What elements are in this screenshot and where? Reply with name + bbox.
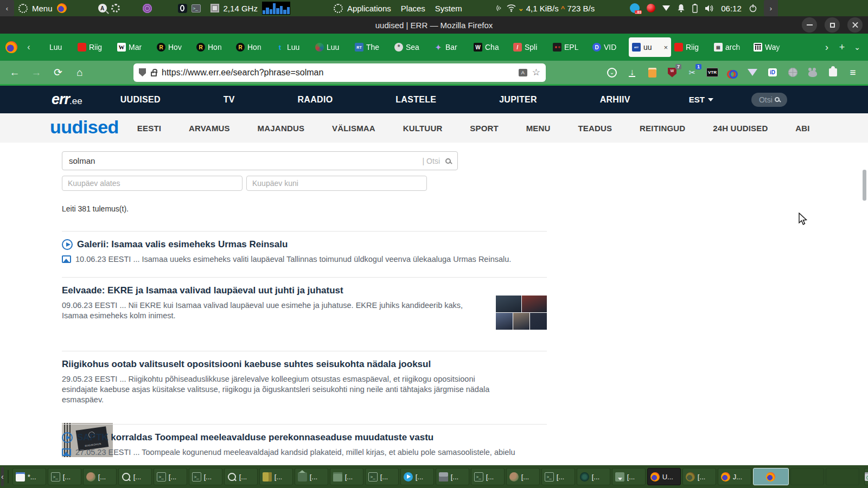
browser-tab[interactable]: * Sea	[391, 37, 431, 57]
err-logo[interactable]: err.ee	[52, 91, 82, 108]
browser-tab[interactable]: W Cha	[470, 37, 510, 57]
scroll-tabs-left-button[interactable]: ‹	[23, 42, 35, 52]
window-button-firefox[interactable]	[753, 468, 789, 485]
browser-tab[interactable]: Riig	[74, 37, 114, 57]
search-tool-icon[interactable]: A	[98, 4, 107, 12]
window-button-firefox-dim[interactable]: [...	[682, 468, 716, 485]
subnav-abi[interactable]: ABI	[795, 124, 809, 133]
tracking-shield-icon[interactable]	[139, 68, 146, 76]
result-thumbnail[interactable]	[496, 296, 547, 330]
window-button-sphere[interactable]: [...	[506, 468, 540, 485]
settings-gears-icon[interactable]	[111, 4, 120, 12]
window-button-files[interactable]: [...	[259, 468, 293, 485]
window-button-home[interactable]: [...	[295, 468, 328, 485]
subnav-teadus[interactable]: TEADUS	[578, 124, 612, 133]
date-from-input[interactable]	[62, 176, 242, 191]
window-button-terminal[interactable]: >_[...	[471, 468, 505, 485]
id-extension-icon[interactable]: iD	[767, 67, 778, 79]
bell-icon[interactable]	[677, 4, 685, 12]
subnav-reitingud[interactable]: REITINGUD	[640, 124, 685, 133]
restore-button[interactable]	[825, 17, 840, 33]
subnav-sport[interactable]: SPORT	[470, 124, 499, 133]
window-button-terminal[interactable]: >_[...	[189, 468, 222, 485]
browser-tab[interactable]: ▤ arch	[711, 37, 750, 57]
browser-tab[interactable]: RT The	[352, 37, 391, 57]
err-nav-tv[interactable]: TV	[224, 95, 235, 105]
window-button-folder[interactable]: [...	[330, 468, 363, 485]
browser-tab[interactable]: W Mar	[114, 37, 154, 57]
browser-tab[interactable]: D VID	[589, 37, 629, 57]
scroll-tabs-right-button[interactable]: ›	[819, 42, 834, 53]
subnav-menu[interactable]: MENU	[526, 124, 551, 133]
links-extension-icon[interactable]	[726, 67, 738, 79]
search-input[interactable]	[69, 156, 423, 165]
minimize-button[interactable]	[802, 17, 817, 33]
browser-tab[interactable]: Way	[750, 37, 790, 57]
result-title[interactable]: SAPTK korraldas Toompeal meeleavalduse p…	[77, 432, 433, 443]
panel-expand-chevron[interactable]: ›	[764, 0, 778, 16]
workspace-switcher[interactable]	[8, 470, 9, 484]
new-tab-button[interactable]: +	[834, 42, 850, 53]
window-button-building[interactable]: [...	[436, 468, 469, 485]
trash-button[interactable]	[864, 468, 868, 485]
window-button-telegram[interactable]: [...	[400, 468, 434, 485]
result-snippet[interactable]: 27.05.23 EESTI ... Toompeale kogunenud m…	[75, 447, 515, 458]
notes-extension-icon[interactable]	[646, 67, 658, 79]
chat-tray-icon[interactable]: ..83	[630, 3, 640, 13]
browser-tab[interactable]: R Hov	[154, 37, 193, 57]
clipper-extension-icon[interactable]: ✂1	[686, 67, 698, 79]
shield-extension-icon[interactable]: w7	[666, 67, 678, 79]
puzzle-extension-icon[interactable]	[827, 67, 839, 79]
lock-icon[interactable]	[151, 72, 157, 76]
browser-tab[interactable]: R Hon	[233, 37, 272, 57]
window-button-search[interactable]: [...	[118, 468, 152, 485]
subnav-välismaa[interactable]: VÄLISMAA	[332, 124, 375, 133]
result-title[interactable]: Galerii: Isamaa valis esimeheks Urmas Re…	[77, 239, 288, 250]
tab-close-icon[interactable]: ×	[663, 43, 668, 52]
menu-extension-icon[interactable]: ≡	[847, 67, 859, 79]
window-button-notes[interactable]: *...	[12, 468, 46, 485]
window-button-terminal[interactable]: >_[...	[541, 468, 575, 485]
list-all-tabs-button[interactable]: ⌄	[850, 43, 865, 52]
panel-collapse-chevron[interactable]: ‹	[0, 0, 14, 16]
window-button-firefox[interactable]: U...	[647, 468, 681, 485]
forward-button[interactable]: →	[27, 67, 46, 79]
places-menu[interactable]: Places	[401, 4, 425, 13]
browser-tab[interactable]: Luu	[35, 37, 74, 57]
window-button-archive[interactable]: [...	[612, 468, 646, 485]
close-button[interactable]	[847, 17, 863, 33]
subnav-eesti[interactable]: EESTI	[137, 124, 161, 133]
search-submit-icon[interactable]	[445, 158, 451, 164]
applications-menu[interactable]: Applications	[334, 4, 391, 13]
opera-icon[interactable]	[178, 4, 187, 13]
header-search-button[interactable]: Otsi	[751, 93, 787, 107]
subnav-majandus[interactable]: MAJANDUS	[258, 124, 305, 133]
window-button-firefox[interactable]: J...	[718, 468, 751, 485]
home-button[interactable]: ⌂	[71, 67, 89, 79]
url-text[interactable]: https://www.err.ee/search?phrase=solman	[162, 68, 514, 78]
power-icon[interactable]	[749, 4, 757, 12]
subnav-kultuur[interactable]: KULTUUR	[403, 124, 443, 133]
taskbar-left-chevron[interactable]: ‹	[1, 467, 4, 486]
triangle-extension-icon[interactable]	[746, 67, 758, 79]
window-button-terminal[interactable]: >_[...	[154, 468, 187, 485]
window-button-eye[interactable]: [...	[577, 468, 610, 485]
subnav-24h-uudised[interactable]: 24H UUDISED	[713, 124, 768, 133]
browser-tab[interactable]: R Hon	[193, 37, 233, 57]
result-snippet[interactable]: 10.06.23 EESTI ... Isamaa uueks esimehek…	[75, 254, 511, 265]
bookmark-star-icon[interactable]: ☆	[532, 67, 540, 78]
result-title[interactable]: Eelvaade: EKRE ja Isamaa valivad laupäev…	[62, 285, 343, 296]
window-button-terminal[interactable]: >_[...	[365, 468, 399, 485]
browser-tab[interactable]: EPL	[550, 37, 589, 57]
window-button-sphere[interactable]: [...	[83, 468, 117, 485]
browser-tab[interactable]: / Spli	[510, 37, 550, 57]
url-bar[interactable]: https://www.err.ee/search?phrase=solman …	[133, 63, 546, 82]
result-snippet[interactable]: 09.06.23 EESTI ... Nii EKRE kui Isamaa v…	[62, 300, 490, 321]
err-nav-jupiter[interactable]: JUPITER	[499, 95, 537, 105]
firefox-launcher-icon[interactable]	[57, 3, 67, 13]
uudised-logo[interactable]: uudised	[50, 118, 119, 136]
pocket-extension-icon[interactable]: ⌄	[606, 67, 618, 79]
browser-tab[interactable]: Luu	[312, 37, 352, 57]
reload-button[interactable]: ⟳	[49, 66, 67, 79]
terminal-launcher-icon[interactable]: >_	[192, 4, 201, 12]
